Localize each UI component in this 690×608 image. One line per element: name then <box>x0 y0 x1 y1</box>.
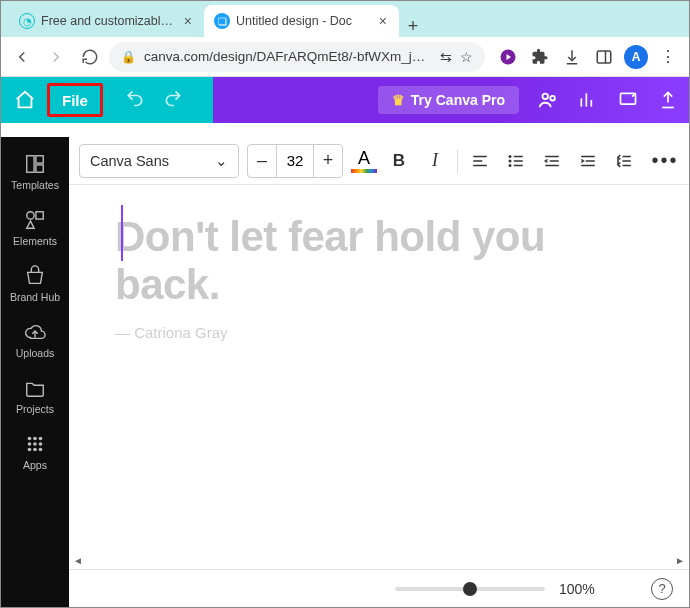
svg-point-15 <box>33 442 37 446</box>
browser-tab-1[interactable]: ❏ Untitled design - Doc × <box>204 5 399 37</box>
sidebar-item-apps[interactable]: Apps <box>1 425 69 481</box>
indent-button[interactable] <box>574 147 602 175</box>
back-button[interactable] <box>7 42 37 72</box>
zoom-slider[interactable] <box>395 587 545 591</box>
try-pro-label: Try Canva Pro <box>411 92 505 108</box>
horizontal-scrollbar[interactable]: ◄ ► <box>69 551 689 569</box>
kebab-menu-icon[interactable]: ⋮ <box>653 42 683 72</box>
svg-point-18 <box>33 448 37 452</box>
browser-tabstrip: ◔ Free and customizable Instag × ❏ Untit… <box>1 1 689 37</box>
sidebar-label: Projects <box>16 403 54 415</box>
crown-icon: ♛ <box>392 92 405 108</box>
sidebar-label: Templates <box>11 179 59 191</box>
forward-button[interactable] <box>41 42 71 72</box>
sidebar-item-projects[interactable]: Projects <box>1 369 69 425</box>
url-text: canva.com/design/DAFrARQmEt8/-bfWXm_jW… <box>144 49 432 64</box>
try-pro-button[interactable]: ♛ Try Canva Pro <box>378 86 519 114</box>
font-selector[interactable]: Canva Sans ⌄ <box>79 144 239 178</box>
text-color-button[interactable]: A <box>351 148 377 173</box>
help-button[interactable]: ? <box>651 578 673 600</box>
document-canvas[interactable]: Don't let fear hold you back. — Catriona… <box>69 185 689 551</box>
svg-point-14 <box>28 442 32 446</box>
text-color-A: A <box>351 148 377 169</box>
text-toolbar: Canva Sans ⌄ – 32 + A B I ••• <box>69 137 689 185</box>
lock-icon: 🔒 <box>121 50 136 64</box>
browser-tab-0[interactable]: ◔ Free and customizable Instag × <box>9 5 204 37</box>
svg-point-11 <box>28 437 32 441</box>
outdent-button[interactable] <box>538 147 566 175</box>
sidebar-label: Uploads <box>16 347 55 359</box>
font-size-stepper: – 32 + <box>247 144 343 178</box>
canva-topbar: File ♛ Try Canva Pro <box>1 77 689 123</box>
collab-icon[interactable] <box>537 89 559 111</box>
present-icon[interactable] <box>617 90 639 110</box>
more-button[interactable]: ••• <box>651 147 679 175</box>
svg-point-25 <box>509 164 511 166</box>
editor-footer: 100% ? <box>69 569 689 607</box>
italic-button[interactable]: I <box>421 147 449 175</box>
svg-rect-10 <box>36 212 43 219</box>
chevron-down-icon: ⌄ <box>215 153 228 169</box>
size-increment[interactable]: + <box>314 145 342 177</box>
file-menu-button[interactable]: File <box>47 83 103 117</box>
svg-point-19 <box>39 448 43 452</box>
spacing-button[interactable] <box>610 147 638 175</box>
home-icon[interactable] <box>7 82 43 118</box>
color-bar <box>351 169 377 173</box>
new-tab-button[interactable]: + <box>399 16 427 37</box>
zoom-thumb[interactable] <box>463 582 477 596</box>
tab-close-icon[interactable]: × <box>182 13 194 29</box>
sidebar-item-elements[interactable]: Elements <box>1 201 69 257</box>
side-panel: Templates Elements Brand Hub Uploads Pro… <box>1 137 69 607</box>
list-button[interactable] <box>502 147 530 175</box>
sidebar-item-brandhub[interactable]: Brand Hub <box>1 257 69 313</box>
bold-button[interactable]: B <box>385 147 413 175</box>
browser-address-bar: 🔒 canva.com/design/DAFrARQmEt8/-bfWXm_jW… <box>1 37 689 77</box>
svg-point-3 <box>543 94 549 100</box>
tab-close-icon[interactable]: × <box>377 13 389 29</box>
svg-point-16 <box>39 442 43 446</box>
author-placeholder[interactable]: — Catriona Gray <box>115 324 653 341</box>
translate-icon[interactable]: ⇆ <box>440 49 452 65</box>
size-decrement[interactable]: – <box>248 145 276 177</box>
sidebar-label: Brand Hub <box>10 291 60 303</box>
svg-rect-7 <box>36 156 43 163</box>
download-icon[interactable] <box>557 42 587 72</box>
sidebar-label: Apps <box>23 459 47 471</box>
svg-point-17 <box>28 448 32 452</box>
svg-rect-8 <box>36 165 43 172</box>
extensions-icon[interactable] <box>525 42 555 72</box>
scroll-right-icon[interactable]: ► <box>675 555 685 566</box>
reload-button[interactable] <box>75 42 105 72</box>
svg-rect-1 <box>597 51 611 63</box>
share-icon[interactable] <box>657 90 679 110</box>
redo-button[interactable] <box>163 88 183 112</box>
size-value[interactable]: 32 <box>276 145 314 177</box>
text-cursor <box>121 205 123 261</box>
svg-point-23 <box>509 155 511 157</box>
scroll-left-icon[interactable]: ◄ <box>73 555 83 566</box>
svg-point-13 <box>39 437 43 441</box>
tab-title: Free and customizable Instag <box>41 14 176 28</box>
favicon-doc: ❏ <box>214 13 230 29</box>
tab-title: Untitled design - Doc <box>236 14 371 28</box>
favicon-canva: ◔ <box>19 13 35 29</box>
svg-rect-6 <box>27 156 34 173</box>
analytics-icon[interactable] <box>577 90 599 110</box>
panel-icon[interactable] <box>589 42 619 72</box>
headline-placeholder[interactable]: Don't let fear hold you back. <box>115 213 653 310</box>
url-field[interactable]: 🔒 canva.com/design/DAFrARQmEt8/-bfWXm_jW… <box>109 42 485 72</box>
svg-point-9 <box>27 212 34 219</box>
profile-avatar[interactable]: A <box>621 42 651 72</box>
undo-button[interactable] <box>125 88 145 112</box>
toolbar-separator <box>457 149 458 173</box>
sidebar-item-uploads[interactable]: Uploads <box>1 313 69 369</box>
svg-point-4 <box>550 96 555 101</box>
star-icon[interactable]: ☆ <box>460 49 473 65</box>
sidebar-item-templates[interactable]: Templates <box>1 145 69 201</box>
svg-point-24 <box>509 160 511 162</box>
align-button[interactable] <box>466 147 494 175</box>
zoom-value[interactable]: 100% <box>559 581 595 597</box>
play-extension-icon[interactable] <box>493 42 523 72</box>
font-name: Canva Sans <box>90 153 169 169</box>
